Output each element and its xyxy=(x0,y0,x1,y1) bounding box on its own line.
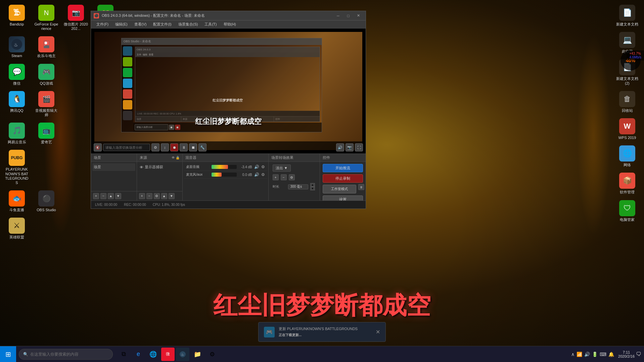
taskbar-edge[interactable]: e xyxy=(132,348,145,361)
taskbar-search-icon: 🔍 xyxy=(23,352,28,357)
obs-close-button[interactable]: ✕ xyxy=(354,12,363,19)
transition-add[interactable]: + xyxy=(273,174,279,180)
desktop-icon-software-mgr[interactable]: 📦 软件管理 xyxy=(614,171,641,196)
obs-menu-help[interactable]: 帮助(H) xyxy=(221,21,239,28)
mixer-bar-mic xyxy=(212,173,236,177)
perf-download: 4.6Mb/s xyxy=(629,55,641,59)
obs-source-up[interactable]: ▲ xyxy=(161,193,167,199)
obs-source-panel: 来源 👁 🔒 👁 显示器捕获 + − ⚙ ▲ ▼ xyxy=(137,154,183,200)
obs-start-stream-btn[interactable]: 开始推流 xyxy=(323,164,363,172)
tray-notification[interactable]: 🔔 xyxy=(608,352,614,357)
obs-source-header: 来源 👁 🔒 xyxy=(137,154,183,162)
desktop-icon-wps[interactable]: W WPS 2019 xyxy=(614,117,641,141)
desktop-icon-new-doc[interactable]: 📄 新建文本文档 xyxy=(614,3,641,28)
mixer-mute-desktop[interactable]: 🔊 xyxy=(254,165,259,169)
obs-stop-record-btn[interactable]: 停止录制 xyxy=(323,174,363,183)
obs-pause-btn[interactable]: ⏸ xyxy=(180,143,188,151)
obs-settings-btn[interactable]: ⚙ xyxy=(151,143,159,151)
obs-source-body: 👁 显示器捕获 xyxy=(137,162,183,191)
desktop-icon-obs[interactable]: ⚫ OBS Studio xyxy=(33,189,60,214)
tray-battery[interactable]: 🔋 xyxy=(592,352,598,357)
obs-fullscreen-btn[interactable]: ⛶ xyxy=(355,143,363,151)
tray-up-arrow[interactable]: ∧ xyxy=(571,352,574,357)
obs-scene-add[interactable]: + xyxy=(93,193,99,199)
desktop-icon-photo[interactable]: 📷 微信图片 2020202... xyxy=(62,3,89,32)
obs-menu-tools[interactable]: 工具(T) xyxy=(202,21,219,28)
obs-mixer-panel: 混音器 桌面音频 -3.4 dB 🔊 ⚙ 麦克风/aux xyxy=(183,154,268,200)
obs-scene-header: 场景 xyxy=(91,154,137,162)
taskbar-folder[interactable]: 📁 xyxy=(191,348,204,361)
obs-maximize-button[interactable]: □ xyxy=(343,12,353,19)
taskbar-start-button[interactable]: ⊞ xyxy=(0,346,16,362)
taskbar-search-box[interactable]: 🔍 xyxy=(19,349,113,360)
obs-menu-scenecollection[interactable]: 场景集合(S) xyxy=(176,21,201,28)
desktop-icon-nvidia[interactable]: N GeForce Experience xyxy=(33,3,60,32)
desktop-icon-landlord[interactable]: 🎴 欢乐斗地主 xyxy=(33,35,60,59)
taskbar-ie[interactable]: 🌐 xyxy=(146,348,160,361)
mixer-settings-desktop[interactable]: ⚙ xyxy=(261,165,265,169)
desktop-icon-pc-mgr[interactable]: 🛡 电脑管家 xyxy=(614,199,641,223)
obs-menu-edit[interactable]: 编辑(E) xyxy=(112,21,130,28)
desktop-icon-pubg[interactable]: PUBG PLAYERUNKNOWN'S BATTLEGROUNDS xyxy=(3,148,30,186)
obs-audio-btn[interactable]: 🔊 xyxy=(336,143,344,151)
obs-move-btn[interactable]: ↕ xyxy=(161,143,169,151)
obs-mixer-header: 混音器 xyxy=(183,154,268,162)
obs-controls-header: 控件 xyxy=(320,154,366,162)
desktop-icon-network[interactable]: 🌐 网络 xyxy=(614,144,641,169)
obs-studio-mode-btn[interactable]: 工作室模式 xyxy=(323,185,356,193)
obs-video-btn[interactable]: 📷 xyxy=(346,143,354,151)
desktop-icon-wechat[interactable]: 💬 微信 xyxy=(3,62,30,87)
obs-preview-toolbar: 🔇 ⚙ ↕ ⏺ ⏸ ⏹ 🔧 🔊 📷 ⛶ xyxy=(91,141,366,153)
obs-pause-rec-btn[interactable]: ⏸ xyxy=(358,184,364,190)
obs-scene-filter-input[interactable] xyxy=(103,144,150,151)
transition-remove[interactable]: − xyxy=(281,174,287,180)
obs-menu-view[interactable]: 查看(V) xyxy=(132,21,149,28)
mixer-mute-mic[interactable]: 🔊 xyxy=(254,172,259,177)
desktop-icon-iqiyi[interactable]: 📺 爱奇艺 xyxy=(33,121,60,146)
obs-menu-profile[interactable]: 配置文件(I) xyxy=(150,21,174,28)
obs-audio-toggle[interactable]: 🔇 xyxy=(94,143,102,151)
desktop-icon-video-editor[interactable]: 🎬 音视频剪辑大师 xyxy=(33,90,60,119)
obs-source-add[interactable]: + xyxy=(139,193,145,199)
obs-source-footer: + − ⚙ ▲ ▼ xyxy=(137,191,183,200)
taskbar-search-input[interactable] xyxy=(30,352,108,357)
desktop-icon-qqgame[interactable]: 🎮 QQ游戏 xyxy=(33,62,60,87)
taskbar-settings[interactable]: ⚙ xyxy=(205,348,219,361)
obs-panels: 场景 场景 + − ▲ ▼ 来源 👁 🔒 xyxy=(91,153,366,200)
obs-scene-remove[interactable]: − xyxy=(100,193,106,199)
obs-preview-overlay-text: 红尘旧梦梦断都成空 xyxy=(195,117,262,127)
desktop-icon-recycle[interactable]: 🗑 回收站 xyxy=(614,90,641,114)
taskbar-weibo[interactable]: 微 xyxy=(161,348,175,361)
transition-duration-input[interactable] xyxy=(288,184,308,189)
obs-scene-down[interactable]: ▼ xyxy=(115,193,121,199)
obs-minimize-button[interactable]: ─ xyxy=(333,12,343,19)
obs-stop-btn[interactable]: ⏹ xyxy=(189,143,197,151)
taskbar: ⊞ 🔍 ⧉ e 🌐 微 ♨ 📁 ⚙ ∧ 📶 🔊 🔋 ⌨ 🔔 7:11 2020/… xyxy=(0,346,644,362)
desktop-icon-douyu[interactable]: 🐟 斗鱼直播 xyxy=(3,189,30,214)
obs-source-down[interactable]: ▼ xyxy=(169,193,175,199)
obs-settings-btn2[interactable]: 🔧 xyxy=(198,143,206,151)
taskbar-task-view[interactable]: ⧉ xyxy=(117,348,130,361)
mixer-settings-mic[interactable]: ⚙ xyxy=(261,172,265,177)
transition-settings[interactable]: ⚙ xyxy=(289,174,295,180)
tray-volume[interactable]: 🔊 xyxy=(584,352,590,357)
obs-scene-up[interactable]: ▲ xyxy=(108,193,114,199)
transition-duration-row: 时长 ▲ ▼ xyxy=(270,182,319,192)
desktop-icon-bandizip[interactable]: 🗜 Bandizip xyxy=(3,3,30,32)
obs-menu-file[interactable]: 文件(F) xyxy=(94,21,111,28)
tray-keyboard[interactable]: ⌨ xyxy=(600,352,606,357)
tray-network[interactable]: 📶 xyxy=(577,352,582,357)
steam-popup-close-btn[interactable]: ✕ xyxy=(376,329,380,335)
desktop-icon-netease-music[interactable]: 🎵 网易云音乐 xyxy=(3,121,30,146)
obs-source-remove[interactable]: − xyxy=(146,193,152,199)
desktop-icon-tencent-qq[interactable]: 🐧 腾讯QQ xyxy=(3,90,30,119)
desktop-icon-lol[interactable]: ⚔ 英雄联盟 xyxy=(3,216,30,241)
obs-status-live: LIVE: 00:00:00 xyxy=(95,203,117,207)
obs-nested-title: OBS Studio - 未命名 xyxy=(122,38,322,45)
notification-center[interactable]: 🗨 xyxy=(636,351,641,357)
system-clock[interactable]: 7:11 2020/2/16 xyxy=(618,350,635,358)
obs-source-settings[interactable]: ⚙ xyxy=(154,193,160,199)
obs-settings-main-btn[interactable]: 设置 xyxy=(323,195,363,200)
desktop-icon-steam[interactable]: ♨ Steam xyxy=(3,35,30,59)
taskbar-steam[interactable]: ♨ xyxy=(176,348,189,361)
